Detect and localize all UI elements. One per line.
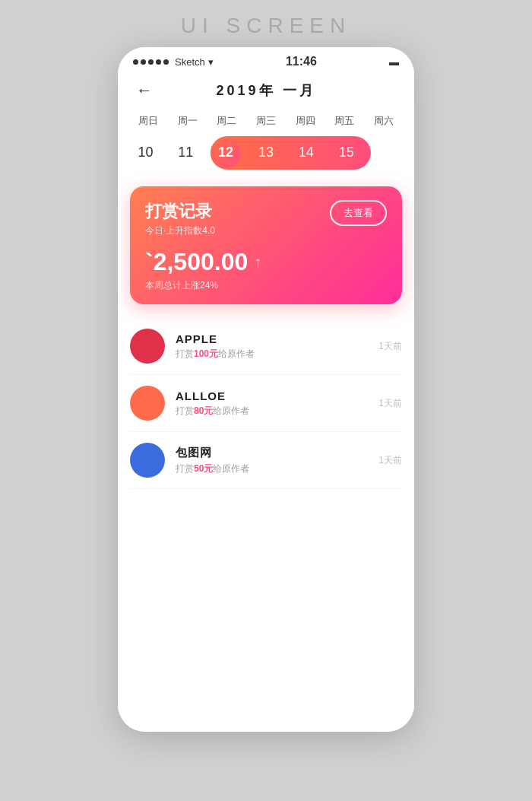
list-item: ALLLOE 打赏80元给原作者 1天前 <box>130 375 402 432</box>
item-desc-prefix-baotuwang: 打赏 <box>176 463 194 474</box>
weekday-sun: 周日 <box>128 111 168 131</box>
item-time-allloe: 1天前 <box>378 397 402 410</box>
summary-card: 打赏记录 今日·上升指数4.0 去查看 `2,500.00 ↑ 本周总计上涨24… <box>130 186 402 304</box>
weekday-tue: 周二 <box>207 111 246 131</box>
item-desc-suffix-apple: 给原作者 <box>218 348 255 359</box>
card-subtitle: 今日·上升指数4.0 <box>145 224 215 237</box>
card-view-button[interactable]: 去查看 <box>330 200 387 226</box>
card-amount-value: `2,500.00 <box>145 248 248 276</box>
item-content-baotuwang: 包图网 打赏50元给原作者 <box>176 446 368 475</box>
signal-dot-5 <box>163 59 169 65</box>
avatar-apple <box>130 329 165 364</box>
item-desc-baotuwang: 打赏50元给原作者 <box>176 462 368 475</box>
list-item: 包图网 打赏50元给原作者 1天前 <box>130 432 402 489</box>
battery-icon: ▬ <box>389 56 399 68</box>
card-title: 打赏记录 <box>145 200 215 223</box>
status-time: 11:46 <box>286 55 317 68</box>
signal-dot-4 <box>156 59 161 65</box>
avatar-allloe <box>130 386 165 421</box>
avatar-baotuwang <box>130 443 165 478</box>
signal-dots <box>133 59 169 65</box>
item-amount-allloe: 80元 <box>194 405 213 416</box>
weekday-wed: 周三 <box>246 111 286 131</box>
dates-row: 10 11 12 13 14 15 16 <box>125 137 407 168</box>
item-time-apple: 1天前 <box>378 340 402 353</box>
item-desc-suffix-allloe: 给原作者 <box>213 405 249 416</box>
date-14[interactable]: 14 <box>286 137 326 168</box>
item-desc-allloe: 打赏80元给原作者 <box>176 405 368 418</box>
status-right: ▬ <box>389 56 399 68</box>
date-11[interactable]: 11 <box>166 137 206 168</box>
weekday-fri: 周五 <box>325 111 365 131</box>
item-desc-apple: 打赏100元给原作者 <box>176 348 368 361</box>
date-13[interactable]: 13 <box>246 137 287 168</box>
card-top: 打赏记录 今日·上升指数4.0 去查看 <box>145 200 387 237</box>
weekday-sat: 周六 <box>364 111 404 131</box>
list-item: APPLE 打赏100元给原作者 1天前 <box>130 318 402 375</box>
wifi-icon: ▾ <box>208 56 214 68</box>
signal-dot-3 <box>148 59 154 65</box>
item-amount-apple: 100元 <box>194 348 218 359</box>
date-16[interactable]: 16 <box>366 137 407 168</box>
item-name-allloe: ALLLOE <box>176 389 368 402</box>
item-time-baotuwang: 1天前 <box>378 454 402 467</box>
item-desc-prefix-allloe: 打赏 <box>176 405 194 416</box>
page-label: UI SCREEN <box>181 14 351 38</box>
item-name-apple: APPLE <box>176 332 368 345</box>
nav-header: ← 2019年 一月 <box>118 73 414 106</box>
item-desc-suffix-baotuwang: 给原作者 <box>213 463 249 474</box>
header-title: 2019年 一月 <box>216 81 315 100</box>
list-section: APPLE 打赏100元给原作者 1天前 ALLLOE 打赏80元给原作者 1天… <box>118 315 414 732</box>
weekday-thu: 周四 <box>286 111 325 131</box>
item-amount-baotuwang: 50元 <box>194 463 213 474</box>
weekday-mon: 周一 <box>168 111 207 131</box>
status-app-name: Sketch <box>175 56 205 68</box>
status-left: Sketch ▾ <box>133 56 214 68</box>
item-content-apple: APPLE 打赏100元给原作者 <box>176 332 368 361</box>
card-amount-row: `2,500.00 ↑ <box>145 248 387 276</box>
status-bar: Sketch ▾ 11:46 ▬ <box>118 47 414 73</box>
weekdays-row: 周日 周一 周二 周三 周四 周五 周六 <box>118 106 414 134</box>
date-15[interactable]: 15 <box>326 137 366 168</box>
item-content-allloe: ALLLOE 打赏80元给原作者 <box>176 389 368 418</box>
back-button[interactable]: ← <box>136 81 153 100</box>
signal-dot-2 <box>141 59 146 65</box>
signal-dot-1 <box>133 59 138 65</box>
date-10[interactable]: 10 <box>125 137 166 168</box>
card-footer: 本周总计上涨24% <box>145 279 387 292</box>
up-arrow-icon: ↑ <box>254 253 261 271</box>
phone-shell: Sketch ▾ 11:46 ▬ ← 2019年 一月 周日 周一 周二 周三 … <box>118 47 414 732</box>
card-text-group: 打赏记录 今日·上升指数4.0 <box>145 200 215 237</box>
date-12[interactable]: 12 <box>206 137 246 168</box>
item-name-baotuwang: 包图网 <box>176 446 368 460</box>
item-desc-prefix-apple: 打赏 <box>176 348 194 359</box>
dates-row-wrap: 10 11 12 13 14 15 16 <box>118 134 414 176</box>
